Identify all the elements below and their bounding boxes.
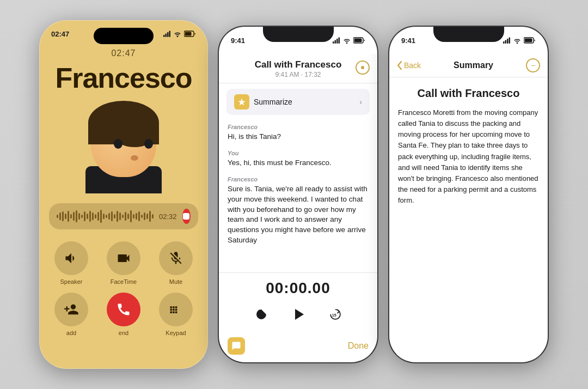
audio-waveform: 02:32 <box>49 203 198 229</box>
transcript-block-2: Francesco Sure is. Tania, we're all read… <box>228 176 369 246</box>
waveform-bar <box>78 213 80 220</box>
svg-rect-2 <box>167 32 169 37</box>
record-button[interactable] <box>182 209 191 224</box>
speaker-icon <box>64 251 79 266</box>
waveform-bar <box>59 212 61 220</box>
summarize-label: Summarize <box>254 98 292 106</box>
skip-back-button[interactable]: 15 <box>252 305 271 324</box>
memoji-graphic <box>80 101 167 193</box>
phone1-content: 02:47 Francesco <box>39 47 208 369</box>
phone-2-transcript: 9:41 Call with Francesco 9:41 AM · 17:32… <box>218 26 378 363</box>
status-time-2: 9:41 <box>231 37 245 45</box>
waveform-bar <box>125 212 126 221</box>
person-add-icon <box>64 302 79 317</box>
notch-2 <box>263 27 334 42</box>
skip-forward-button[interactable]: 15 <box>326 305 345 324</box>
waveform-bar <box>141 215 143 218</box>
transcript-block-1: You Yes, hi, this must be Francesco. <box>228 150 369 168</box>
p3-summary-text: Francesco Moretti from the moving compan… <box>398 107 539 206</box>
waveform-bar <box>73 212 75 221</box>
add-control[interactable]: add <box>49 293 94 336</box>
wifi-icon-3 <box>513 38 521 44</box>
p2-header: Call with Francesco 9:41 AM · 17:32 <box>219 54 377 83</box>
chat-icon <box>231 341 241 351</box>
memoji-eye-left <box>114 139 122 149</box>
add-icon-bg <box>54 293 88 326</box>
playback-area: 00:00.00 15 <box>219 272 377 333</box>
p2-options-dot <box>361 66 364 69</box>
sparkle-icon <box>237 98 246 106</box>
waveform-bar <box>100 210 102 223</box>
mute-control[interactable]: Mute <box>154 241 198 285</box>
keypad-icon-bg <box>159 293 193 326</box>
transcript-speaker-0: Francesco <box>228 124 369 130</box>
svg-rect-16 <box>505 40 507 44</box>
waveform-bar <box>127 214 129 219</box>
svg-rect-0 <box>163 35 165 37</box>
status-icons-2 <box>333 37 365 44</box>
p2-options-button[interactable] <box>356 60 370 75</box>
camera-icon <box>116 251 131 266</box>
done-button[interactable]: Done <box>348 341 369 351</box>
facetime-control[interactable]: FaceTime <box>101 241 146 285</box>
speaker-label: Speaker <box>60 278 83 285</box>
waveform-bar <box>152 214 154 218</box>
p2-title: Call with Francesco <box>255 59 342 70</box>
chevron-right-icon: › <box>359 98 362 106</box>
p3-body: Call with Francesco Francesco Moretti fr… <box>389 77 548 362</box>
svg-rect-9 <box>339 38 340 44</box>
end-call-control[interactable]: end <box>101 293 146 336</box>
waveform-bar <box>92 212 94 220</box>
waveform-bar <box>108 213 110 220</box>
waveform-bar <box>87 214 88 219</box>
p3-options-button[interactable]: − <box>526 58 540 72</box>
transcript-text-0: Hi, is this Tania? <box>228 132 369 142</box>
end-call-button[interactable] <box>107 293 140 326</box>
transcript-text-1: Yes, hi, this must be Francesco. <box>228 158 369 168</box>
svg-rect-18 <box>509 38 511 44</box>
waveform-bar <box>130 210 132 222</box>
status-icons-1 <box>163 31 196 37</box>
p3-nav: Back Summary − <box>389 54 548 77</box>
waveform-bar <box>81 215 83 218</box>
skip-back-icon: 15 <box>253 306 270 323</box>
waveform-bar <box>62 211 64 221</box>
add-label: add <box>66 330 76 336</box>
transcript-scroll[interactable]: Francesco Hi, is this Tania? You Yes, hi… <box>219 120 377 272</box>
signal-icon-2 <box>333 37 340 44</box>
keypad-icon <box>168 302 183 317</box>
svg-text:15: 15 <box>258 313 262 318</box>
waveform-bar <box>103 214 105 219</box>
mute-icon-bg <box>159 241 193 275</box>
play-button[interactable] <box>286 302 310 326</box>
svg-rect-8 <box>336 39 338 44</box>
memoji-eye-right <box>144 139 153 149</box>
back-button[interactable]: Back <box>397 61 421 70</box>
p3-nav-title: Summary <box>454 60 493 70</box>
svg-rect-3 <box>169 31 171 38</box>
waveform-bar <box>97 212 99 221</box>
chevron-left-icon <box>397 61 402 70</box>
chat-icon-button[interactable] <box>228 337 245 355</box>
waveform-bar <box>144 212 145 220</box>
phone-1-active-call: 02:47 02:47 Francesco <box>39 20 208 369</box>
waveform-bars <box>57 210 154 223</box>
notch-3 <box>433 27 504 42</box>
summarize-row[interactable]: Summarize › <box>226 89 370 115</box>
battery-icon-3 <box>524 37 536 44</box>
call-controls: Speaker FaceTime Mute add <box>49 241 198 336</box>
summarize-inner: Summarize <box>234 94 292 110</box>
signal-icon-3 <box>503 37 511 44</box>
waveform-bar <box>76 210 77 222</box>
p2-subtitle: 9:41 AM · 17:32 <box>275 71 321 78</box>
speaker-control[interactable]: Speaker <box>49 241 94 285</box>
svg-rect-11 <box>354 39 362 42</box>
waveform-bar <box>106 215 107 218</box>
play-icon <box>287 303 309 325</box>
phone2-content: Call with Francesco 9:41 AM · 17:32 Summ… <box>219 54 377 362</box>
waveform-bar <box>89 211 91 222</box>
playback-timer: 00:00.00 <box>266 279 330 297</box>
mute-label: Mute <box>169 278 182 285</box>
keypad-control[interactable]: Keypad <box>154 293 198 336</box>
status-time-1: 02:47 <box>51 30 69 38</box>
